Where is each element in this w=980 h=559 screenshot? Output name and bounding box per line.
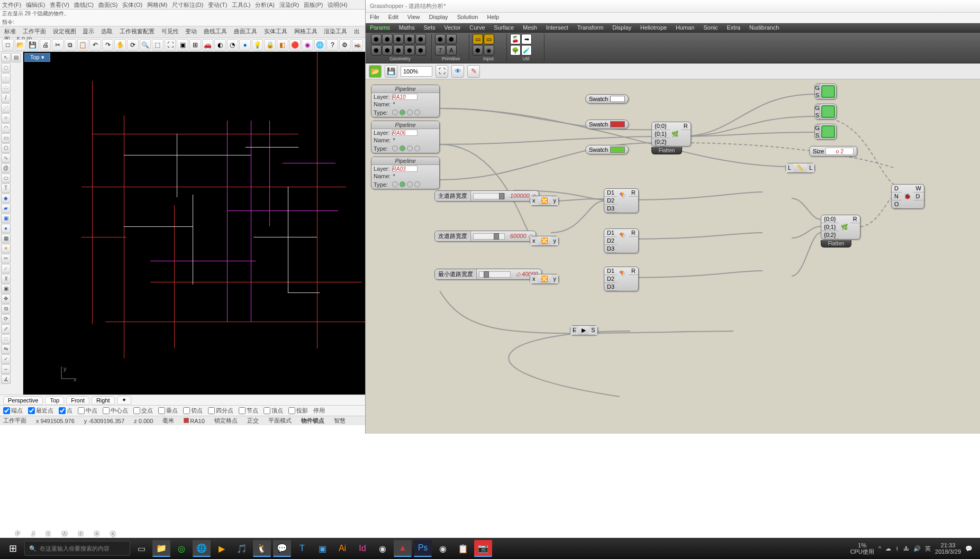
osnap-disable[interactable]: 停用: [313, 407, 325, 415]
rhino-menubar[interactable]: 文件(F) 编辑(E) 查看(V) 曲线(C) 曲面(S) 实体(O) 网格(M…: [0, 0, 365, 10]
hex-icon[interactable]: ⬢: [415, 34, 426, 44]
osnap-int[interactable]: 交点: [133, 407, 153, 415]
gh-cat[interactable]: Extra: [727, 24, 741, 31]
view-tab-right[interactable]: Right: [92, 396, 115, 405]
steam-icon[interactable]: ◉: [374, 540, 392, 557]
gh-slider-sec-road[interactable]: 次道路宽度60000 ◇: [434, 231, 536, 242]
status-smart[interactable]: 智慧: [334, 417, 346, 425]
zoom-extents-icon[interactable]: ⛶: [165, 39, 176, 51]
notes-icon[interactable]: 📋: [454, 540, 472, 557]
gh-slider-main-road[interactable]: 主道路宽度100000 ◇: [434, 190, 539, 201]
redo-icon[interactable]: ↷: [102, 39, 114, 51]
netease-icon[interactable]: 🎵: [233, 540, 251, 557]
sketchup-icon[interactable]: ▲: [394, 540, 412, 557]
text-a-icon[interactable]: A: [446, 45, 457, 56]
osnap-vert[interactable]: 顶点: [264, 407, 283, 415]
preview-icon[interactable]: 👁: [451, 65, 464, 78]
open-icon[interactable]: 📂: [15, 39, 26, 51]
group-icon[interactable]: ▣: [1, 284, 11, 294]
new-icon[interactable]: □: [2, 39, 14, 51]
gh-cat[interactable]: Curve: [469, 24, 485, 31]
rhino-menu-item[interactable]: 渲染(R): [279, 2, 299, 8]
gh-titlebar[interactable]: Grasshopper - 道路结构分析*: [366, 0, 980, 13]
render-icon[interactable]: ●: [239, 39, 251, 51]
status-plane[interactable]: 工作平面: [3, 417, 26, 425]
array-icon[interactable]: ∷: [1, 334, 11, 344]
rhino-menu-item[interactable]: 尺寸标注(D): [172, 2, 203, 8]
gh-move-node[interactable]: D1D2D3🪁R: [604, 188, 639, 213]
arc-icon[interactable]: ◠: [1, 123, 11, 133]
start-button[interactable]: ⊞: [3, 540, 22, 557]
type-dot-icon[interactable]: [414, 145, 420, 151]
slider-icon[interactable]: ▭: [473, 34, 483, 44]
layers-icon[interactable]: ◧: [277, 39, 288, 51]
gh-preview-node[interactable]: GS: [814, 104, 837, 120]
copy-icon[interactable]: ⧉: [65, 39, 76, 51]
rotate2-icon[interactable]: ⟳: [1, 314, 11, 324]
pipeline-layer-input[interactable]: [392, 130, 418, 136]
zoom-window-icon[interactable]: ⬚: [152, 39, 164, 51]
gh-cat-params[interactable]: Params: [370, 24, 390, 31]
gh-cat[interactable]: Intersect: [546, 24, 568, 31]
tray-notif-icon[interactable]: 💬: [965, 545, 973, 552]
lock-icon[interactable]: 🔒: [264, 39, 276, 51]
zoom-sel-icon[interactable]: ▣: [177, 39, 188, 51]
360-icon[interactable]: ◎: [173, 540, 190, 557]
rhino-tab[interactable]: 曲面工具: [234, 28, 257, 34]
rhino-viewport-tabs[interactable]: Perspective Top Front Right ✦: [0, 395, 365, 405]
type-dot-icon[interactable]: [407, 109, 413, 115]
rhino-tab[interactable]: 网格工具: [294, 28, 317, 34]
gh-entwine-node[interactable]: {0;0}{0;1}{0;2} 🌿 R: [821, 215, 860, 240]
gh-cat[interactable]: Transform: [577, 24, 604, 31]
view-tab-perspective[interactable]: Perspective: [3, 396, 43, 405]
windows-taskbar[interactable]: PJK MNOQ ⊞ 🔍 在这里输入你要搜索的内容 ▭ 📁 ◎ 🌐 ▶ 🎵 🐧 …: [0, 538, 980, 559]
explode-icon[interactable]: ✶: [1, 244, 11, 253]
ai-icon[interactable]: Ai: [333, 540, 351, 557]
status-planar[interactable]: 平面模式: [268, 417, 292, 425]
scale-icon[interactable]: ⤢: [1, 324, 11, 334]
rhino-menu-item[interactable]: 查看(V): [50, 2, 69, 8]
gh-pipe-node[interactable]: DNO 🐞 WD: [891, 184, 924, 209]
tray-cloud-icon[interactable]: ☁: [885, 545, 891, 552]
chrome-icon[interactable]: 🌐: [193, 540, 211, 557]
explorer-icon[interactable]: 📁: [152, 540, 170, 557]
rhino-top-viewport[interactable]: Top ▾: [23, 52, 365, 395]
rhino-tab[interactable]: 标准: [4, 28, 16, 34]
points-icon[interactable]: ∴: [1, 83, 11, 93]
4view-icon[interactable]: ⊞: [189, 39, 201, 51]
gh-icon[interactable]: 🦗: [352, 39, 364, 51]
cplane-icon[interactable]: ◐: [214, 39, 226, 51]
car-icon[interactable]: 🚗: [202, 39, 214, 51]
hex-icon[interactable]: ⬢: [435, 34, 446, 44]
gh-cat[interactable]: Human: [676, 24, 694, 31]
rhino-tab[interactable]: 渲染工具: [324, 28, 347, 34]
type-dot-icon[interactable]: [407, 145, 413, 151]
zoom-in-icon[interactable]: 🔍: [140, 39, 151, 51]
tray-net-icon[interactable]: 🖧: [903, 545, 909, 552]
point-icon[interactable]: ·: [1, 73, 11, 83]
status-osnap[interactable]: 物件锁点: [301, 417, 324, 425]
cherry-icon[interactable]: 🍒: [510, 34, 521, 44]
gh-menu-display[interactable]: Display: [429, 14, 448, 20]
gh-swatch-node[interactable]: Swatch: [585, 120, 629, 129]
gh-cat[interactable]: Sets: [423, 24, 435, 31]
rhino-tab[interactable]: 选取: [101, 28, 113, 34]
status-ortho[interactable]: 正交: [247, 417, 259, 425]
type-dot-icon[interactable]: [392, 109, 398, 115]
rhino-command-prompt[interactable]: 指令:: [0, 18, 365, 26]
view-tab-top[interactable]: Top: [45, 396, 64, 405]
material-icon[interactable]: 🔴: [289, 39, 301, 51]
rhino-menu-item[interactable]: 说明(H): [328, 2, 347, 8]
polygon-icon[interactable]: ⬠: [1, 143, 11, 153]
move-icon[interactable]: ✥: [1, 294, 11, 304]
save-icon[interactable]: 💾: [385, 65, 397, 78]
gh-cat[interactable]: Surface: [494, 24, 514, 31]
hex-icon[interactable]: ⬢: [404, 34, 415, 44]
hex-icon[interactable]: ⬢: [382, 34, 393, 44]
rhino-menu-item[interactable]: 实体(O): [122, 2, 142, 8]
type-dot-icon[interactable]: [407, 181, 413, 187]
rhino-menu-item[interactable]: 工具(L): [232, 2, 250, 8]
gh-cat[interactable]: Nudibranch: [749, 24, 779, 31]
gh-cat[interactable]: Display: [612, 24, 631, 31]
gh-xy-node[interactable]: x🔀y: [530, 196, 559, 206]
